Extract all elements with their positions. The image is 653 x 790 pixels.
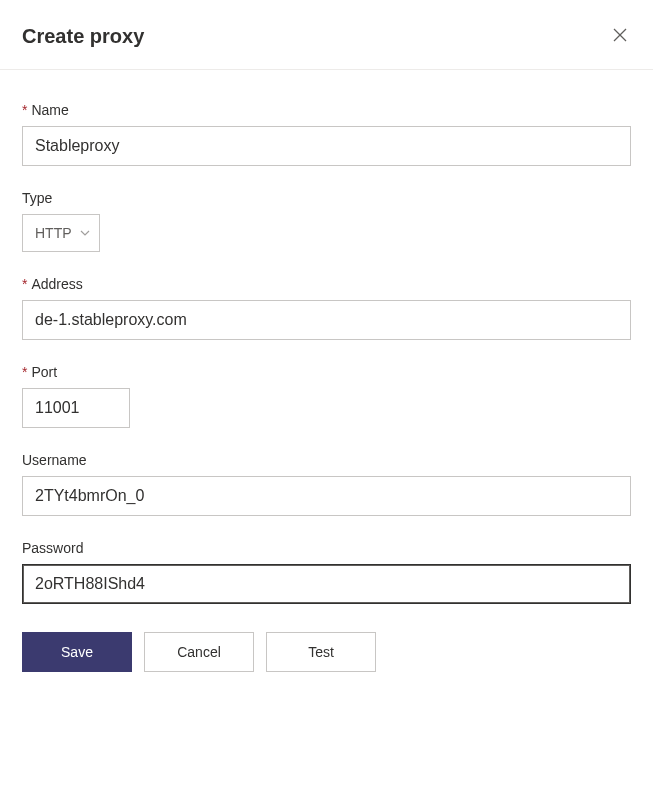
name-field: *Name [22, 102, 631, 166]
address-field: *Address [22, 276, 631, 340]
type-value: HTTP [35, 225, 79, 241]
port-input[interactable] [22, 388, 130, 428]
dialog-title: Create proxy [22, 25, 144, 48]
port-field: *Port [22, 364, 631, 428]
name-label: *Name [22, 102, 631, 118]
username-label: Username [22, 452, 631, 468]
required-indicator: * [22, 102, 27, 118]
chevron-down-icon [79, 227, 91, 239]
save-button[interactable]: Save [22, 632, 132, 672]
close-icon [613, 28, 627, 45]
proxy-form: *Name Type HTTP *Address *Port Username [0, 70, 653, 672]
name-input[interactable] [22, 126, 631, 166]
type-field: Type HTTP [22, 190, 631, 252]
required-indicator: * [22, 276, 27, 292]
port-label: *Port [22, 364, 631, 380]
username-input[interactable] [22, 476, 631, 516]
close-button[interactable] [609, 24, 631, 49]
dialog-header: Create proxy [0, 0, 653, 70]
username-field: Username [22, 452, 631, 516]
required-indicator: * [22, 364, 27, 380]
password-input[interactable] [22, 564, 631, 604]
test-button[interactable]: Test [266, 632, 376, 672]
password-field: Password [22, 540, 631, 604]
password-label: Password [22, 540, 631, 556]
cancel-button[interactable]: Cancel [144, 632, 254, 672]
address-input[interactable] [22, 300, 631, 340]
button-row: Save Cancel Test [22, 632, 631, 672]
address-label: *Address [22, 276, 631, 292]
type-select[interactable]: HTTP [22, 214, 100, 252]
type-label: Type [22, 190, 631, 206]
